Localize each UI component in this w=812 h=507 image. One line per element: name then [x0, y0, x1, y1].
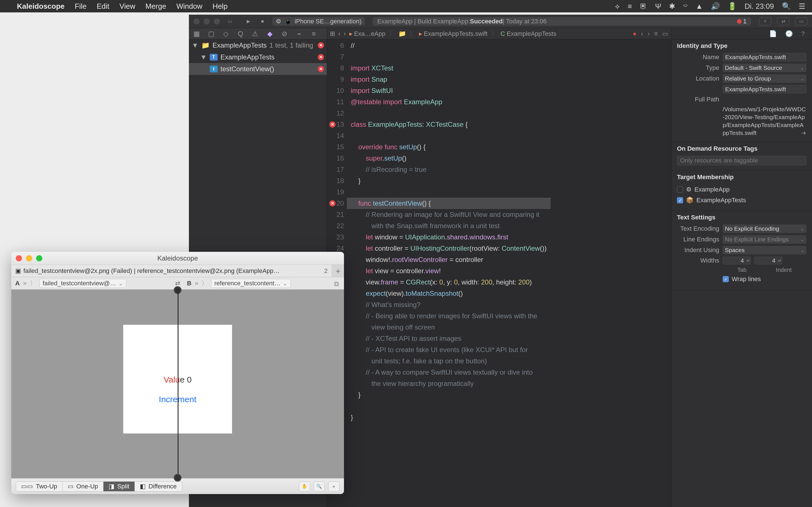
- source-control-icon[interactable]: ▢: [207, 30, 215, 38]
- more-button[interactable]: »: [328, 482, 340, 492]
- text-encoding-select[interactable]: No Explicit Encoding⌄: [723, 224, 806, 233]
- activity-viewer[interactable]: ExampleApp | Build ExampleApp: Succeeded…: [373, 17, 751, 25]
- bundle-icon: 📦: [686, 196, 694, 204]
- eject-icon[interactable]: ▲: [696, 2, 703, 11]
- code-editor[interactable]: 678910111213✕14151617181920✕212223242526…: [327, 40, 671, 507]
- issue-icon[interactable]: ⚠: [251, 30, 259, 38]
- add-editor-button[interactable]: ＋: [759, 17, 771, 25]
- find-icon[interactable]: Q: [236, 30, 245, 38]
- jump-bar[interactable]: ⊞ ‹ › ▸Exa…eApp 〉 📁 〉 ▸ExampleAppTests.s…: [327, 28, 671, 40]
- test-navigator-icon[interactable]: ◆: [266, 30, 274, 38]
- menubar-app[interactable]: Kaleidoscope: [17, 2, 64, 11]
- clock[interactable]: Di. 23:09: [745, 2, 774, 11]
- test-method-row[interactable]: t testContentView() ✕: [189, 63, 327, 75]
- symbol-icon[interactable]: ◇: [221, 30, 230, 38]
- menu-extra-icon[interactable]: ≡: [627, 2, 632, 11]
- wifi-icon[interactable]: ⌔: [683, 2, 688, 11]
- app-icon: ⚙: [686, 186, 692, 193]
- project-navigator-icon[interactable]: ▦: [192, 30, 201, 38]
- tab-width-field[interactable]: 4▴▾: [723, 257, 751, 265]
- menu-file[interactable]: File: [75, 2, 87, 11]
- shield-icon[interactable]: ⛨: [640, 2, 647, 11]
- file-a-select[interactable]: failed_testcontentview@…⌄: [40, 279, 126, 288]
- swap-sides-button[interactable]: ⇄: [172, 280, 183, 287]
- file-name-field[interactable]: ExampleAppTests.swift: [723, 53, 806, 61]
- twoup-button[interactable]: ▭▭Two-Up: [16, 482, 63, 492]
- next-icon[interactable]: ›: [648, 30, 650, 38]
- menu-view[interactable]: View: [119, 2, 135, 11]
- forward-icon[interactable]: ›: [344, 30, 346, 38]
- menu-edit[interactable]: Edit: [97, 2, 109, 11]
- navigator-tabs[interactable]: ▦ ▢ ◇ Q ⚠ ◆ ⊘ ⌁ ≡: [189, 28, 327, 40]
- branch-icon[interactable]: Ψ: [655, 2, 661, 11]
- window-title: Kaleidoscope: [11, 255, 344, 262]
- location-select[interactable]: Relative to Group⌄: [723, 74, 806, 83]
- kaleidoscope-window: Kaleidoscope ▣ failed_testcontentview@2x…: [11, 252, 344, 494]
- file-type-select[interactable]: Default - Swift Source⌄: [723, 64, 806, 72]
- kaleidoscope-titlebar[interactable]: Kaleidoscope: [11, 252, 344, 265]
- help-icon[interactable]: ?: [801, 30, 805, 38]
- oneup-icon: ▭: [68, 483, 73, 490]
- location-file: ExampleAppTests.swift: [723, 85, 806, 94]
- indent-width-field[interactable]: 4▴▾: [754, 257, 782, 265]
- breakpoint-icon[interactable]: ⌁: [295, 30, 303, 38]
- diff-viewer[interactable]: Value 0 Increment: [11, 290, 344, 478]
- spotlight-icon[interactable]: 🔍: [782, 2, 791, 11]
- full-path: /Volumes/ws/1-Projekte/WWDC-2020/View-Te…: [677, 105, 806, 137]
- run-button[interactable]: ▶: [243, 17, 254, 25]
- prev-icon[interactable]: ‹: [641, 30, 643, 38]
- control-center-icon[interactable]: ☰: [799, 2, 805, 11]
- line-endings-select[interactable]: No Explicit Line Endings⌄: [723, 235, 806, 244]
- debug-icon[interactable]: ⊘: [280, 30, 289, 38]
- library-button[interactable]: ▭: [795, 17, 808, 25]
- target-exampleapp[interactable]: ⚙ExampleApp: [677, 184, 806, 195]
- wrap-lines-checkbox[interactable]: ✓: [723, 276, 729, 282]
- minimap-icon[interactable]: ≡: [654, 30, 658, 38]
- chevron-right-icon[interactable]: »: [195, 280, 198, 287]
- related-items-icon[interactable]: ⊞: [330, 30, 335, 38]
- split-button[interactable]: ◨Split: [103, 482, 135, 492]
- test-class-row[interactable]: ▼ T ExampleAppTests ✕: [189, 51, 327, 63]
- error-nav-icon[interactable]: ●: [633, 30, 637, 38]
- file-inspector-icon[interactable]: 📄: [769, 30, 777, 38]
- menu-window[interactable]: Window: [176, 2, 202, 11]
- oneup-button[interactable]: ▭One-Up: [63, 482, 103, 492]
- traffic-lights[interactable]: [193, 18, 220, 24]
- editor-options-icon[interactable]: ▭: [662, 30, 668, 38]
- reveal-icon[interactable]: ➜: [801, 129, 806, 137]
- hand-tool-button[interactable]: ✋: [299, 482, 310, 492]
- odr-heading: On Demand Resource Tags: [677, 145, 806, 152]
- battery-icon[interactable]: 🔋: [728, 2, 737, 11]
- swift-file-icon: ▸: [349, 30, 352, 38]
- menu-help[interactable]: Help: [213, 2, 227, 11]
- history-icon[interactable]: 🕘: [785, 30, 793, 38]
- fail-icon: ✕: [318, 54, 324, 60]
- stop-button[interactable]: ■: [257, 17, 268, 25]
- fail-icon: ✕: [318, 42, 324, 48]
- zoom-button[interactable]: 🔍: [313, 482, 325, 492]
- scheme-selector[interactable]: ⚙ 📱 iPhone SE…generation): [272, 17, 365, 25]
- add-tab-button[interactable]: ＋: [332, 266, 344, 276]
- copy-icon[interactable]: ⧉: [332, 278, 341, 290]
- code-review-button[interactable]: ⇄: [777, 17, 790, 25]
- difference-button[interactable]: ◧Difference: [135, 482, 182, 492]
- target-membership-heading: Target Membership: [677, 173, 806, 181]
- dropbox-icon[interactable]: ⟡: [615, 2, 620, 11]
- chevron-right-icon[interactable]: »: [23, 280, 27, 287]
- twoup-icon: ▭▭: [21, 483, 33, 490]
- target-exampleapptests[interactable]: ✓📦ExampleAppTests: [677, 195, 806, 206]
- test-target-row[interactable]: ▼ 📁 ExampleAppTests 1 test, 1 failing ✕: [189, 40, 327, 51]
- file-b-select[interactable]: reference_testcontent…⌄: [211, 279, 291, 288]
- diff-tab[interactable]: ▣ failed_testcontentview@2x.png (Failed)…: [11, 265, 332, 277]
- menu-merge[interactable]: Merge: [146, 2, 166, 11]
- volume-icon[interactable]: 🔊: [711, 2, 720, 11]
- indent-using-select[interactable]: Spaces⌄: [723, 246, 806, 255]
- error-indicator-icon: [737, 19, 742, 24]
- folder-icon: 📁: [398, 30, 406, 38]
- panel-toggle-icon[interactable]: ▭: [224, 17, 235, 25]
- back-icon[interactable]: ‹: [338, 30, 340, 38]
- bluetooth-icon[interactable]: ✱: [669, 2, 675, 11]
- class-icon: T: [210, 54, 218, 61]
- app-icon: ⚙: [276, 18, 282, 25]
- report-icon[interactable]: ≡: [310, 30, 318, 38]
